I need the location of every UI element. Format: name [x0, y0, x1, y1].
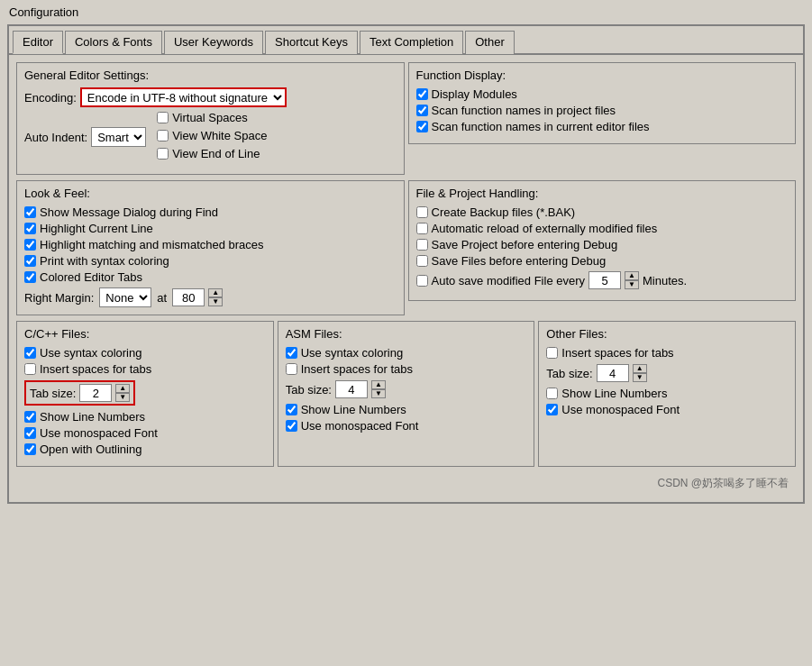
other-insert-spaces-checkbox[interactable]	[546, 347, 558, 359]
encoding-select[interactable]: Encode in UTF-8 without signature Encode…	[80, 87, 287, 107]
margin-value-input[interactable]	[172, 288, 205, 306]
print-syntax-checkbox[interactable]	[24, 255, 36, 267]
other-show-numbers-row: Show Line Numbers	[546, 387, 788, 400]
other-tab-down-btn[interactable]: ▼	[633, 373, 647, 382]
cc-tab-down-btn[interactable]: ▼	[115, 393, 130, 402]
save-project-checkbox[interactable]	[416, 239, 428, 251]
scan-current-label: Scan function names in current editor fi…	[432, 120, 650, 133]
asm-files-section: ASM Files: Use syntax coloring Insert sp…	[278, 321, 535, 467]
asm-syntax-label: Use syntax coloring	[301, 346, 403, 360]
general-settings-title: General Editor Settings:	[24, 68, 397, 82]
asm-insert-spaces-row: Insert spaces for tabs	[286, 362, 527, 376]
cc-monospaced-checkbox[interactable]	[24, 427, 36, 439]
tab-other[interactable]: Other	[465, 31, 515, 54]
auto-indent-row: Auto Indent: Smart None Auto Virtual Spa…	[24, 111, 397, 163]
cc-outlining-label: Open with Outlining	[40, 442, 141, 456]
other-tab-size-buttons: ▲ ▼	[633, 364, 647, 382]
asm-show-numbers-checkbox[interactable]	[286, 404, 297, 415]
highlight-current-checkbox[interactable]	[24, 223, 36, 234]
watermark: CSDN @奶茶喝多了睡不着	[16, 472, 796, 495]
other-monospaced-checkbox[interactable]	[546, 404, 558, 415]
asm-monospaced-checkbox[interactable]	[286, 420, 297, 432]
asm-syntax-row: Use syntax coloring	[286, 346, 527, 360]
cc-show-numbers-label: Show Line Numbers	[40, 410, 145, 424]
cc-insert-spaces-checkbox[interactable]	[24, 363, 36, 375]
auto-reload-label: Automatic reload of externally modified …	[432, 222, 658, 235]
tab-text-completion[interactable]: Text Completion	[360, 31, 463, 54]
view-white-space-checkbox[interactable]	[157, 130, 169, 141]
scan-current-checkbox[interactable]	[416, 121, 428, 132]
tab-content-editor: General Editor Settings: Encoding: Encod…	[9, 55, 803, 502]
other-files-title: Other Files:	[546, 327, 788, 341]
auto-save-value-input[interactable]	[588, 271, 621, 289]
function-display-section: Function Display: Display Modules Scan f…	[408, 62, 797, 180]
asm-tab-down-btn[interactable]: ▼	[371, 389, 386, 398]
auto-save-checkbox[interactable]	[416, 275, 428, 287]
asm-tab-size-input[interactable]	[335, 380, 368, 398]
tab-bar: Editor Colors & Fonts User Keywords Shor…	[9, 26, 803, 55]
other-tab-up-btn[interactable]: ▲	[633, 364, 647, 373]
tab-colors-fonts[interactable]: Colors & Fonts	[65, 31, 162, 54]
auto-save-down-btn[interactable]: ▼	[625, 280, 639, 289]
show-message-checkbox[interactable]	[24, 206, 36, 218]
cc-tab-size-input[interactable]	[79, 384, 112, 402]
view-end-of-line-label: View End of Line	[172, 147, 260, 160]
tab-shortcut-keys[interactable]: Shortcut Keys	[265, 31, 358, 54]
display-modules-checkbox[interactable]	[416, 88, 428, 100]
dialog-title: Configuration	[9, 5, 78, 19]
title-bar: Configuration	[0, 0, 812, 24]
save-files-label: Save Files before entering Debug	[432, 254, 607, 268]
cc-monospaced-row: Use monospaced Font	[24, 426, 266, 440]
view-end-of-line-checkbox[interactable]	[157, 148, 169, 160]
view-end-of-line-row: View End of Line	[157, 147, 267, 160]
other-tab-size-label: Tab size:	[546, 367, 592, 380]
asm-monospaced-label: Use monospaced Font	[301, 419, 419, 433]
right-margin-select[interactable]: None 1 80 120	[99, 287, 151, 307]
tab-user-keywords[interactable]: User Keywords	[164, 31, 263, 54]
asm-tab-up-btn[interactable]: ▲	[371, 380, 386, 389]
cc-tab-up-btn[interactable]: ▲	[115, 384, 130, 393]
auto-save-up-btn[interactable]: ▲	[625, 271, 639, 280]
other-monospaced-row: Use monospaced Font	[546, 403, 788, 416]
asm-insert-spaces-label: Insert spaces for tabs	[301, 362, 413, 376]
top-row: General Editor Settings: Encoding: Encod…	[16, 62, 796, 180]
auto-indent-select[interactable]: Smart None Auto	[91, 127, 146, 147]
view-white-space-label: View White Space	[172, 129, 267, 142]
other-show-numbers-checkbox[interactable]	[546, 388, 558, 399]
cc-outlining-checkbox[interactable]	[24, 443, 36, 455]
highlight-braces-label: Highlight matching and mismatched braces	[40, 238, 264, 251]
cc-show-numbers-checkbox[interactable]	[24, 411, 36, 423]
cc-syntax-checkbox[interactable]	[24, 347, 36, 359]
margin-spinner-buttons: ▲ ▼	[208, 288, 223, 306]
at-label: at	[157, 291, 167, 305]
colored-tabs-label: Colored Editor Tabs	[40, 270, 142, 284]
virtual-spaces-label: Virtual Spaces	[172, 111, 248, 124]
asm-tab-size-label: Tab size:	[286, 383, 332, 397]
asm-syntax-checkbox[interactable]	[286, 347, 297, 359]
cc-show-numbers-row: Show Line Numbers	[24, 410, 266, 424]
cc-tab-size-group: Tab size: ▲ ▼	[24, 380, 135, 406]
tab-editor[interactable]: Editor	[13, 31, 63, 54]
right-margin-label: Right Margin:	[24, 291, 94, 305]
other-tab-size-input[interactable]	[597, 364, 629, 382]
asm-insert-spaces-checkbox[interactable]	[286, 363, 297, 375]
create-backup-row: Create Backup files (*.BAK)	[416, 205, 789, 219]
watermark-text: CSDN @奶茶喝多了睡不着	[657, 477, 789, 489]
highlight-braces-checkbox[interactable]	[24, 239, 36, 251]
other-insert-spaces-row: Insert spaces for tabs	[546, 346, 788, 360]
margin-up-btn[interactable]: ▲	[208, 288, 223, 297]
margin-spinner: ▲ ▼	[172, 288, 223, 306]
create-backup-checkbox[interactable]	[416, 206, 428, 218]
cc-files-title: C/C++ Files:	[24, 327, 266, 341]
margin-down-btn[interactable]: ▼	[208, 297, 223, 306]
print-syntax-label: Print with syntax coloring	[40, 254, 169, 268]
right-margin-row: Right Margin: None 1 80 120 at ▲	[24, 287, 397, 307]
general-settings-box: General Editor Settings: Encoding: Encod…	[16, 62, 405, 175]
auto-reload-checkbox[interactable]	[416, 223, 428, 234]
scan-project-checkbox[interactable]	[416, 105, 428, 116]
colored-tabs-checkbox[interactable]	[24, 271, 36, 283]
cc-syntax-row: Use syntax coloring	[24, 346, 266, 360]
virtual-spaces-checkbox[interactable]	[157, 112, 169, 123]
save-files-checkbox[interactable]	[416, 255, 428, 267]
asm-tab-size-group: Tab size: ▲ ▼	[286, 380, 386, 398]
